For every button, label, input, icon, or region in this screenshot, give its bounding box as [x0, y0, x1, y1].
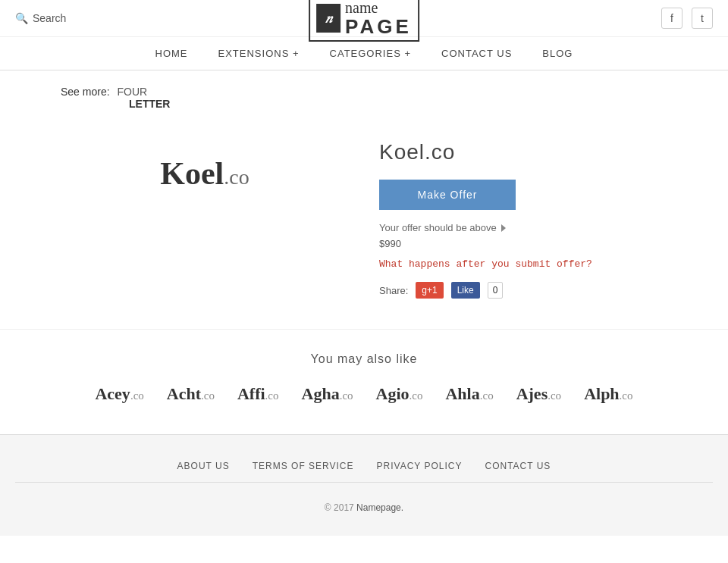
breadcrumb: See more: FOUR LETTER — [0, 70, 728, 125]
footer-about[interactable]: ABOUT US — [177, 461, 230, 471]
share-row: Share: g+1 Like 0 — [379, 282, 667, 299]
footer-contact[interactable]: CONTACT US — [485, 461, 551, 471]
fb-like-label: Like — [457, 285, 474, 296]
list-item[interactable]: Alph.co — [584, 384, 632, 404]
logo[interactable]: 𝑛 name PAGE — [309, 0, 419, 42]
offer-hint: Your offer should be above — [379, 222, 667, 233]
main-nav: HOME EXTENSIONS + CATEGORIES + CONTACT U… — [0, 37, 728, 70]
what-happens-link[interactable]: What happens after you submit offer? — [379, 258, 667, 270]
offer-hint-text: Your offer should be above — [379, 222, 497, 233]
list-item[interactable]: Affi.co — [237, 384, 279, 404]
domain-logo-display: Koel.co — [160, 155, 249, 192]
also-like-section: You may also like Acey.co Acht.co Affi.c… — [0, 329, 728, 434]
list-item[interactable]: Agio.co — [376, 384, 423, 404]
search-area[interactable]: 🔍 Search — [15, 12, 66, 24]
facebook-icon: f — [670, 12, 673, 24]
list-item[interactable]: Ahla.co — [445, 384, 493, 404]
facebook-count: 0 — [488, 282, 504, 299]
breadcrumb-see-more: See more: — [61, 86, 110, 98]
social-links: f t — [661, 8, 713, 29]
brand-link[interactable]: Namepage. — [356, 502, 403, 513]
gplus-button[interactable]: g+1 — [416, 282, 443, 299]
list-item[interactable]: Agha.co — [302, 384, 353, 404]
offer-price: $990 — [379, 238, 667, 249]
twitter-icon: t — [701, 12, 704, 24]
logo-name-text: name — [345, 0, 412, 16]
facebook-like-button[interactable]: Like — [451, 282, 480, 299]
nav-extensions[interactable]: EXTENSIONS + — [218, 48, 300, 59]
domain-title: Koel.co — [379, 140, 667, 164]
search-label: Search — [33, 12, 66, 24]
arrow-right-icon — [501, 224, 506, 232]
footer-privacy[interactable]: PRIVACY POLICY — [377, 461, 463, 471]
breadcrumb-tag1[interactable]: FOUR — [117, 86, 147, 98]
share-label: Share: — [379, 285, 408, 296]
make-offer-button[interactable]: Make Offer — [379, 180, 516, 210]
also-like-title: You may also like — [61, 352, 667, 366]
copyright-year: © 2017 — [325, 502, 354, 513]
header: 🔍 Search 𝑛 name PAGE f t — [0, 0, 728, 37]
main-content: Koel.co Koel.co Make Offer Your offer sh… — [0, 125, 728, 329]
list-item[interactable]: Acey.co — [95, 384, 143, 404]
logo-page-text: PAGE — [345, 16, 412, 38]
domain-logo-area: Koel.co — [61, 125, 349, 222]
domain-info: Koel.co Make Offer Your offer should be … — [379, 125, 667, 299]
footer-links: ABOUT US TERMS OF SERVICE PRIVACY POLICY… — [15, 450, 713, 483]
nav-home[interactable]: HOME — [155, 48, 188, 59]
domain-ext-display: .co — [224, 165, 249, 189]
list-item[interactable]: Ajes.co — [516, 384, 561, 404]
twitter-link[interactable]: t — [692, 8, 713, 29]
footer-copyright: © 2017 Namepage. — [15, 495, 713, 521]
list-item[interactable]: Acht.co — [167, 384, 215, 404]
nav-categories[interactable]: CATEGORIES + — [330, 48, 411, 59]
footer-terms[interactable]: TERMS OF SERVICE — [253, 461, 354, 471]
facebook-link[interactable]: f — [661, 8, 682, 29]
nav-blog[interactable]: BLOG — [542, 48, 573, 59]
search-icon: 🔍 — [15, 12, 28, 24]
footer: ABOUT US TERMS OF SERVICE PRIVACY POLICY… — [0, 434, 728, 536]
domain-name-display: Koel — [160, 156, 224, 191]
logo-icon: 𝑛 — [316, 4, 340, 33]
breadcrumb-tag2: LETTER — [129, 98, 667, 110]
gplus-label: g+1 — [422, 285, 437, 296]
nav-contact[interactable]: CONTACT US — [441, 48, 512, 59]
domain-grid: Acey.co Acht.co Affi.co Agha.co Agio.co … — [61, 384, 667, 404]
